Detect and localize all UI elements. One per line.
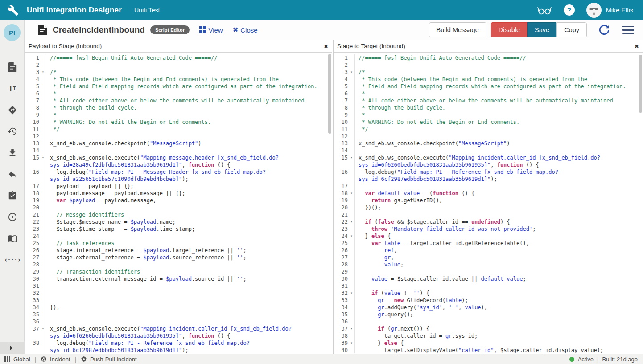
code-line[interactable]: 13x_snd_eb.ws_console.checkpoint("Messag… <box>25 140 332 147</box>
code-line[interactable]: 7 * All code either above or below the c… <box>334 97 643 104</box>
code-line[interactable]: 6 * <box>334 90 643 97</box>
sidebar-item-directions[interactable] <box>0 99 25 121</box>
fold-toggle-icon[interactable]: ▾ <box>349 154 354 168</box>
code-line[interactable]: 1//===== [ws] Begin Unifi Auto Generated… <box>334 54 643 61</box>
panel-close-icon[interactable]: ✖ <box>324 43 328 49</box>
code-line[interactable]: 26 stage.internal_reference = $payload.t… <box>25 247 332 254</box>
code-line[interactable]: 5 * Field and Field mapping records whic… <box>25 83 332 90</box>
fold-toggle-icon[interactable]: ▾ <box>40 154 46 168</box>
code-line[interactable]: 6 * <box>25 90 332 97</box>
fold-toggle-icon[interactable]: ▾ <box>349 218 354 225</box>
code-line[interactable]: 37▾ if (gr.next()) { <box>334 325 643 332</box>
code-line[interactable]: 27 stage.external_reference = $payload.s… <box>25 254 332 261</box>
code-line[interactable]: 8 * through the build cycle. <box>334 104 643 111</box>
code-line[interactable]: 20 <box>25 204 332 211</box>
code-line[interactable]: 30 transaction.external_message_id = $pa… <box>25 275 332 282</box>
sidebar-item-tasks[interactable] <box>0 185 25 206</box>
scrollbar-thumb[interactable] <box>328 54 331 134</box>
panel-close-icon[interactable]: ✖ <box>635 43 639 49</box>
code-line[interactable]: 27 gr, <box>334 254 643 261</box>
code-line[interactable]: 4 * This code (between the Begin and End… <box>25 76 332 83</box>
sidebar-item-reply[interactable] <box>0 164 25 185</box>
scope-selector[interactable]: Global <box>4 356 30 363</box>
menu-icon[interactable] <box>622 24 634 36</box>
code-line[interactable]: 16 log.debug("Field map: PI - Reference … <box>334 168 643 183</box>
code-line[interactable]: 21 // Messge identifiers <box>25 211 332 218</box>
code-line[interactable]: 2 <box>25 61 332 69</box>
code-line[interactable]: 29 // Transaction identifiers <box>25 268 332 275</box>
code-line[interactable]: 9 * <box>25 111 332 119</box>
code-line[interactable]: 24▾ } else { <box>334 233 643 240</box>
sidebar-item-code[interactable]: ‹···› <box>0 249 25 270</box>
sidebar-item-download[interactable] <box>0 142 25 164</box>
code-line[interactable]: 25 var table = target.caller_id.getRefer… <box>334 240 643 247</box>
code-line[interactable]: 36 <box>334 318 643 325</box>
code-line[interactable]: 13x_snd_eb.ws_console.checkpoint("Messag… <box>334 140 643 147</box>
code-line[interactable]: 3▾/* <box>25 69 332 76</box>
fold-toggle-icon[interactable]: ▾ <box>349 69 354 76</box>
glasses-icon[interactable] <box>537 5 552 16</box>
code-line[interactable]: 19 var $payload = payload.message; <box>25 197 332 204</box>
sidebar-avatar-pi[interactable]: PI <box>4 24 21 41</box>
sidebar-item-text-fields[interactable]: TT <box>0 78 25 99</box>
fold-toggle-icon[interactable]: ▾ <box>349 325 354 332</box>
fold-toggle-icon[interactable]: ▾ <box>349 233 354 240</box>
code-line[interactable]: 16 log.debug("Field map: PI - Message He… <box>25 168 332 183</box>
code-line[interactable]: 12 <box>25 133 332 140</box>
code-line[interactable]: 33 gr = new GlideRecord(table); <box>334 297 643 304</box>
code-line[interactable]: 11 */ <box>25 126 332 133</box>
code-line[interactable]: 15▾x_snd_eb.ws_console.execute("Mapping … <box>25 154 332 168</box>
code-line[interactable]: 18▾ var default_value = (function () { <box>334 190 643 197</box>
code-line[interactable]: 28 value; <box>334 261 643 268</box>
code-line[interactable]: 31 <box>334 282 643 290</box>
code-line[interactable]: 38 target.caller_id = gr.sys_id; <box>334 332 643 339</box>
code-line[interactable]: 7 * All code either above or below the c… <box>25 97 332 104</box>
code-line[interactable]: 25 // Task references <box>25 240 332 247</box>
code-line[interactable]: 4 * This code (between the Begin and End… <box>334 76 643 83</box>
scrollbar-thumb[interactable] <box>639 55 642 113</box>
code-line[interactable]: 3▾/* <box>334 69 643 76</box>
disable-button[interactable]: Disable <box>491 22 527 37</box>
sidebar-item-docs[interactable] <box>0 228 25 249</box>
code-line[interactable]: 2 <box>334 61 643 69</box>
code-line[interactable]: 23 $stage.$time_stamp = $payload.time_st… <box>25 225 332 233</box>
code-line[interactable]: 12 <box>334 133 643 140</box>
code-line[interactable]: 11 */ <box>334 126 643 133</box>
code-line[interactable]: 20 })(); <box>334 204 643 211</box>
code-line[interactable]: 1//===== [ws] Begin Unifi Auto Generated… <box>25 54 332 61</box>
code-line[interactable]: 32▾ if (value != '') { <box>334 290 643 297</box>
code-line[interactable]: 35 gr.query(); <box>334 311 643 318</box>
code-line[interactable]: 37▾x_snd_eb.ws_console.execute("Mapping … <box>25 325 332 339</box>
code-line[interactable]: 17 <box>334 183 643 190</box>
code-line[interactable]: 19 return gs.getUserID(); <box>334 197 643 204</box>
code-line[interactable]: 15▾x_snd_eb.ws_console.execute("Mapping … <box>334 154 643 168</box>
user-avatar[interactable] <box>586 3 602 18</box>
save-button[interactable]: Save <box>527 22 556 37</box>
code-line[interactable]: 10 * WARNING: Do not edit the Begin or E… <box>334 119 643 126</box>
code-line[interactable]: 33 <box>25 297 332 304</box>
code-line[interactable]: 26 ref, <box>334 247 643 254</box>
scrollbar-track[interactable] <box>639 53 643 352</box>
copy-button[interactable]: Copy <box>556 22 587 37</box>
close-button[interactable]: ✖ Close <box>233 26 258 34</box>
code-line[interactable]: 30 value = $stage.caller_id.value || def… <box>334 275 643 282</box>
code-line[interactable]: 17 payload = payload || {}; <box>25 183 332 190</box>
code-line[interactable]: 31 <box>25 282 332 290</box>
code-editor[interactable]: 1//===== [ws] Begin Unifi Auto Generated… <box>25 53 332 353</box>
fold-toggle-icon[interactable]: ▾ <box>40 325 46 339</box>
fold-toggle-icon[interactable]: ▾ <box>349 339 354 347</box>
view-button[interactable]: View <box>199 26 223 34</box>
code-line[interactable]: 14 <box>334 147 643 154</box>
code-line[interactable]: 36 <box>25 318 332 325</box>
build-message-button[interactable]: Build Message <box>429 22 486 37</box>
code-line[interactable]: 18 payload.message = payload.message || … <box>25 190 332 197</box>
code-editor[interactable]: 1//===== [ws] Begin Unifi Auto Generated… <box>334 53 643 353</box>
code-line[interactable]: 5 * Field and Field mapping records whic… <box>334 83 643 90</box>
sidebar-item-fields[interactable] <box>0 57 25 78</box>
code-line[interactable]: 34}); <box>25 304 332 311</box>
code-line[interactable]: 29 <box>334 268 643 275</box>
code-line[interactable]: 22▾ if (false && $stage.caller_id == und… <box>334 218 643 225</box>
fold-toggle-icon[interactable]: ▾ <box>349 190 354 197</box>
code-line[interactable]: 22 $stage.$message_name = $payload.name; <box>25 218 332 225</box>
code-line[interactable]: 24 <box>25 233 332 240</box>
